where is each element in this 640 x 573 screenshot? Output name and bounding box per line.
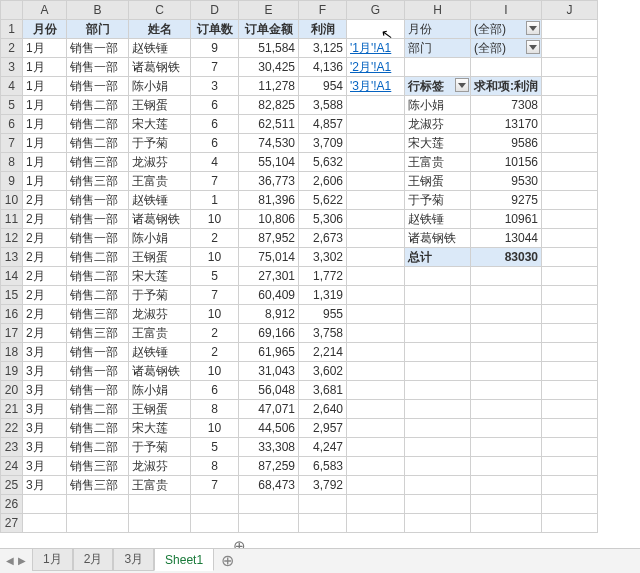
cell[interactable] [347,381,405,400]
cell-month[interactable]: 1月 [23,58,67,77]
cell-dept[interactable]: 销售三部 [67,305,129,324]
cell[interactable] [471,286,542,305]
row-header[interactable]: 16 [1,305,23,324]
cell-month[interactable]: 1月 [23,77,67,96]
cell-dept[interactable]: 销售一部 [67,58,129,77]
cell-amount[interactable]: 60,409 [239,286,299,305]
row-header[interactable]: 8 [1,153,23,172]
cell-month[interactable]: 1月 [23,153,67,172]
cell-orders[interactable]: 8 [191,457,239,476]
cell[interactable] [542,286,598,305]
cell-amount[interactable]: 30,425 [239,58,299,77]
cell[interactable] [405,381,471,400]
cell[interactable] [347,400,405,419]
sheet-tab[interactable]: 3月 [113,549,154,571]
pivot-total-label[interactable]: 总计 [405,248,471,267]
cell[interactable] [23,514,67,533]
pivot-row-name[interactable]: 王钢蛋 [405,172,471,191]
cell-amount[interactable]: 33,308 [239,438,299,457]
cell[interactable] [471,419,542,438]
row-header[interactable]: 20 [1,381,23,400]
cell[interactable] [299,514,347,533]
cell-orders[interactable]: 7 [191,286,239,305]
row-header[interactable]: 21 [1,400,23,419]
cell-amount[interactable]: 47,071 [239,400,299,419]
cell[interactable] [405,286,471,305]
cell-profit[interactable]: 2,673 [299,229,347,248]
row-header[interactable]: 4 [1,77,23,96]
cell[interactable] [471,438,542,457]
cell-dept[interactable]: 销售二部 [67,286,129,305]
cell-orders[interactable]: 9 [191,39,239,58]
row-header[interactable]: 1 [1,20,23,39]
cell[interactable] [405,495,471,514]
cell-month[interactable]: 2月 [23,267,67,286]
cell-profit[interactable]: 3,792 [299,476,347,495]
column-header[interactable]: C [129,1,191,20]
cell[interactable] [471,343,542,362]
cell-amount[interactable]: 68,473 [239,476,299,495]
cell-name[interactable]: 于予菊 [129,438,191,457]
row-header[interactable]: 10 [1,191,23,210]
cell[interactable] [471,381,542,400]
row-header[interactable]: 9 [1,172,23,191]
cell-name[interactable]: 龙淑芬 [129,305,191,324]
cell-orders[interactable]: 7 [191,172,239,191]
cell[interactable] [405,267,471,286]
cell-amount[interactable]: 69,166 [239,324,299,343]
row-header[interactable]: 26 [1,495,23,514]
cell-amount[interactable]: 10,806 [239,210,299,229]
cell-name[interactable]: 赵铁锤 [129,343,191,362]
cell-amount[interactable]: 74,530 [239,134,299,153]
cell-orders[interactable]: 2 [191,324,239,343]
column-header[interactable]: F [299,1,347,20]
cell[interactable] [471,400,542,419]
cell-dept[interactable]: 销售三部 [67,476,129,495]
cell-amount[interactable]: 36,773 [239,172,299,191]
cell[interactable] [471,476,542,495]
cell[interactable] [405,343,471,362]
cell[interactable] [67,495,129,514]
table-header[interactable]: 订单数 [191,20,239,39]
pivot-filter-label[interactable]: 部门 [405,39,471,58]
cell[interactable] [347,419,405,438]
cell[interactable] [542,267,598,286]
hyperlink[interactable]: '3月'!A1 [347,77,405,96]
cell-dept[interactable]: 销售三部 [67,457,129,476]
row-header[interactable]: 6 [1,115,23,134]
cell[interactable] [23,495,67,514]
cell-profit[interactable]: 2,606 [299,172,347,191]
cell-name[interactable]: 诸葛钢铁 [129,210,191,229]
cell-profit[interactable]: 3,588 [299,96,347,115]
pivot-row-label-header[interactable]: 行标签 [405,77,471,96]
dropdown-icon[interactable] [455,78,469,92]
cell[interactable] [405,362,471,381]
row-header[interactable]: 13 [1,248,23,267]
cell[interactable] [347,96,405,115]
cell[interactable] [239,514,299,533]
cell[interactable] [239,495,299,514]
cell[interactable] [347,20,405,39]
row-header[interactable]: 24 [1,457,23,476]
cell[interactable] [471,514,542,533]
pivot-row-name[interactable]: 于予菊 [405,191,471,210]
pivot-row-name[interactable]: 龙淑芬 [405,115,471,134]
cell[interactable] [405,58,471,77]
cell[interactable] [542,476,598,495]
cell-month[interactable]: 2月 [23,210,67,229]
tab-nav-next-icon[interactable]: ▶ [18,555,26,566]
cell-month[interactable]: 1月 [23,96,67,115]
cell[interactable] [542,39,598,58]
cell[interactable] [405,400,471,419]
column-header[interactable]: B [67,1,129,20]
cell-name[interactable]: 宋大莲 [129,267,191,286]
cell-dept[interactable]: 销售二部 [67,438,129,457]
pivot-row-name[interactable]: 陈小娟 [405,96,471,115]
cell[interactable] [542,514,598,533]
pivot-filter-value[interactable]: (全部) [471,39,542,58]
column-header[interactable]: I [471,1,542,20]
cell[interactable] [542,457,598,476]
cell-month[interactable]: 1月 [23,172,67,191]
row-header[interactable]: 7 [1,134,23,153]
cell-dept[interactable]: 销售一部 [67,229,129,248]
